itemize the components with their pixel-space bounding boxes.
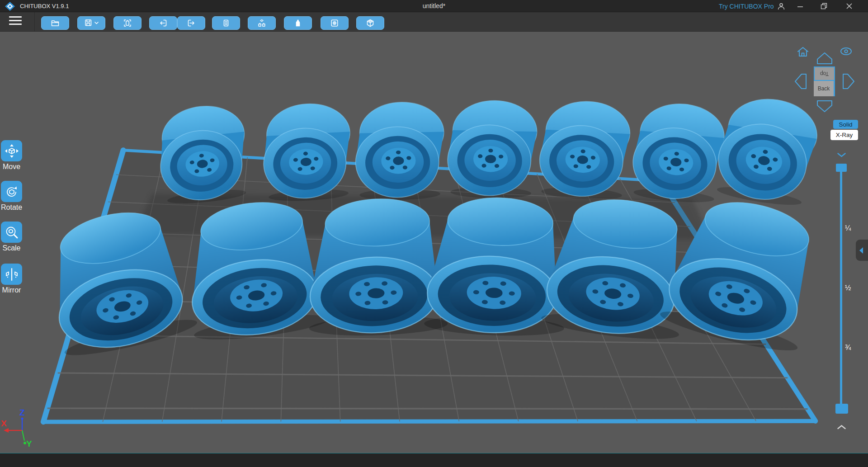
axis-z-label: Z — [19, 408, 25, 417]
dig-hole-cube-icon — [366, 19, 375, 28]
folder-open-icon — [51, 19, 60, 28]
viewport[interactable] — [0, 32, 868, 453]
view-cube[interactable]: Top Back — [814, 66, 835, 96]
toolbar-separator — [34, 12, 35, 32]
title-bar: CHITUBOX V1.9.1 untitled* Try CHITUBOX P… — [0, 0, 868, 12]
hollow-button[interactable] — [321, 16, 349, 30]
mirror-button[interactable] — [1, 264, 22, 285]
chevron-down-icon — [837, 153, 846, 157]
clip-slider-track[interactable] — [840, 166, 842, 405]
slice-frame-icon — [123, 19, 132, 28]
rotate-view-left-button[interactable] — [795, 74, 807, 91]
scale-icon — [5, 225, 19, 240]
arrow-up-icon — [817, 52, 832, 64]
account-button[interactable] — [771, 0, 791, 12]
rotate-view-up-button[interactable] — [817, 52, 832, 66]
mirror-label: Mirror — [1, 286, 22, 294]
hollow-circle-icon — [330, 19, 339, 28]
clip-mark-three-quarter: ¾ — [845, 344, 859, 352]
redo-button[interactable] — [177, 16, 205, 30]
person-icon — [778, 3, 785, 10]
axis-x-label: X — [1, 419, 7, 428]
minimize-icon — [797, 3, 803, 9]
save-icon — [84, 19, 93, 28]
try-pro-link[interactable]: Try CHITUBOX Pro — [719, 3, 778, 10]
close-button[interactable] — [839, 0, 859, 12]
minimize-button[interactable] — [790, 0, 810, 12]
rotate-view-right-button[interactable] — [843, 74, 854, 91]
render-mode-solid-button[interactable]: Solid — [833, 120, 858, 129]
restore-button[interactable] — [814, 0, 834, 12]
slice-button[interactable] — [113, 16, 142, 30]
view-cube-back-face[interactable]: Back — [814, 81, 835, 96]
home-view-button[interactable] — [797, 47, 809, 59]
restore-icon — [821, 3, 827, 9]
clip-collapse-button[interactable] — [837, 423, 846, 431]
clip-slider-lower-handle[interactable] — [835, 404, 848, 414]
clip-slider-upper-handle[interactable] — [836, 164, 847, 172]
rotate-icon — [5, 184, 19, 199]
support-bottle-icon — [293, 19, 302, 28]
chevron-up-icon — [837, 425, 846, 429]
menu-button[interactable] — [9, 16, 22, 27]
home-icon — [797, 47, 809, 57]
move-button[interactable] — [1, 140, 22, 161]
open-file-button[interactable] — [41, 16, 69, 30]
status-bar — [0, 453, 868, 467]
rotate-button[interactable] — [1, 181, 22, 202]
undo-arrow-icon — [159, 19, 168, 28]
mirror-icon — [5, 267, 19, 282]
visibility-button[interactable] — [840, 47, 852, 57]
triangle-left-icon — [859, 247, 863, 254]
clip-expand-button[interactable] — [837, 151, 846, 159]
tool-scale: Scale — [1, 222, 22, 252]
viewport-canvas[interactable] — [0, 32, 868, 453]
tool-mirror: Mirror — [1, 264, 22, 294]
axis-gizmo: Z X Y — [0, 400, 34, 450]
main-toolbar — [0, 12, 868, 32]
model-wheel-back[interactable] — [712, 92, 821, 209]
document-copy-icon — [222, 19, 231, 28]
tool-move: Move — [1, 140, 22, 171]
arrow-right-icon — [843, 74, 854, 89]
tool-rotate: Rotate — [1, 181, 22, 212]
support-button[interactable] — [284, 16, 312, 30]
eye-icon — [840, 47, 852, 56]
clip-mark-quarter: ¼ — [845, 224, 859, 232]
rotate-view-down-button[interactable] — [817, 100, 832, 114]
redo-arrow-icon — [187, 19, 196, 28]
scale-button[interactable] — [1, 222, 22, 243]
undo-button[interactable] — [149, 16, 177, 30]
save-button[interactable] — [77, 16, 105, 30]
rotate-label: Rotate — [1, 203, 22, 212]
arrow-left-icon — [795, 74, 807, 89]
copy-button[interactable] — [212, 16, 240, 30]
render-mode-xray-button[interactable]: X-Ray — [830, 130, 858, 140]
close-icon — [846, 3, 853, 9]
auto-layout-button[interactable] — [248, 16, 276, 30]
chevron-down-icon — [94, 22, 99, 24]
scale-label: Scale — [1, 244, 22, 252]
clip-mark-half: ½ — [845, 284, 859, 292]
move-icon — [5, 144, 19, 158]
dig-hole-button[interactable] — [356, 16, 384, 30]
arrow-down-icon — [817, 100, 832, 112]
axis-y-label: Y — [26, 439, 32, 448]
move-label: Move — [1, 163, 22, 171]
arrange-cubes-icon — [257, 19, 266, 28]
settings-panel-flyout-tab[interactable] — [856, 240, 868, 261]
view-cube-top-face[interactable]: Top — [814, 66, 835, 81]
